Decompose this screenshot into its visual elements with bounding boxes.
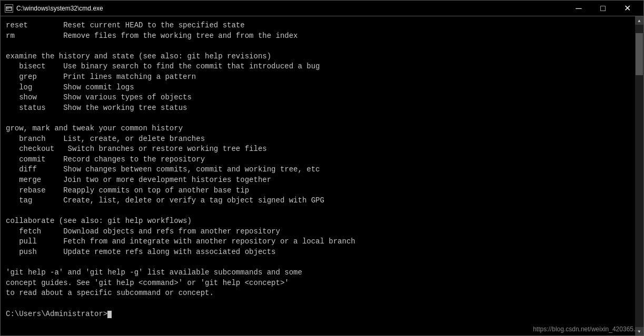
terminal-line: log Show commit logs — [6, 83, 134, 91]
cursor — [107, 311, 112, 318]
terminal-line: C:\Users\Administrator> — [6, 310, 112, 318]
minimize-button[interactable]: ─ — [567, 1, 591, 16]
terminal-line: tag Create, list, delete or verify a tag… — [6, 196, 324, 205]
terminal-line: checkout Switch branches or restore work… — [6, 145, 267, 153]
terminal-line: commit Record changes to the repository — [6, 155, 205, 164]
terminal-line: merge Join two or more development histo… — [6, 176, 271, 184]
cmd-icon — [5, 4, 13, 13]
terminal-line: pull Fetch from and integrate with anoth… — [6, 237, 355, 246]
watermark: https://blog.csdn.net/weixin_420365... — [533, 325, 639, 333]
terminal-line: fetch Download objects and refs from ano… — [6, 227, 280, 236]
title-bar: C:\windows\system32\cmd.exe ─ □ ✕ — [1, 1, 643, 16]
content-area: reset Reset current HEAD to the specifie… — [1, 16, 643, 335]
title-bar-controls: ─ □ ✕ — [567, 1, 639, 16]
terminal-line: concept guides. See 'git help <command>'… — [6, 279, 289, 287]
window-title: C:\windows\system32\cmd.exe — [16, 5, 103, 12]
close-button[interactable]: ✕ — [615, 1, 639, 16]
terminal-line: show Show various types of objects — [6, 93, 192, 101]
terminal-line: status Show the working tree status — [6, 104, 187, 112]
cmd-window: C:\windows\system32\cmd.exe ─ □ ✕ reset … — [0, 0, 644, 336]
terminal-line: to read about a specific subcommand or c… — [6, 289, 214, 297]
terminal-output[interactable]: reset Reset current HEAD to the specifie… — [1, 16, 635, 335]
scrollbar[interactable]: ▲ ▼ — [635, 16, 643, 335]
maximize-button[interactable]: □ — [591, 1, 615, 16]
scroll-up-arrow[interactable]: ▲ — [635, 16, 643, 25]
terminal-line: collaborate (see also: git help workflow… — [6, 217, 192, 225]
title-bar-left: C:\windows\system32\cmd.exe — [5, 4, 567, 13]
terminal-line: grow, mark and tweak your common history — [6, 124, 183, 133]
terminal-line: branch List, create, or delete branches — [6, 135, 205, 143]
terminal-line: rm Remove files from the working tree an… — [6, 32, 298, 40]
terminal-line: grep Print lines matching a pattern — [6, 73, 196, 81]
terminal-line: rebase Reapply commits on top of another… — [6, 186, 249, 195]
scrollbar-thumb[interactable] — [636, 33, 643, 75]
terminal-line: examine the history and state (see also:… — [6, 52, 271, 60]
terminal-line: push Update remote refs along with assoc… — [6, 248, 275, 256]
terminal-line: bisect Use binary search to find the com… — [6, 62, 320, 70]
terminal-line: 'git help -a' and 'git help -g' list ava… — [6, 268, 302, 277]
svg-rect-0 — [6, 7, 12, 11]
terminal-line: diff Show changes between commits, commi… — [6, 165, 320, 174]
terminal-line: reset Reset current HEAD to the specifie… — [6, 21, 245, 29]
